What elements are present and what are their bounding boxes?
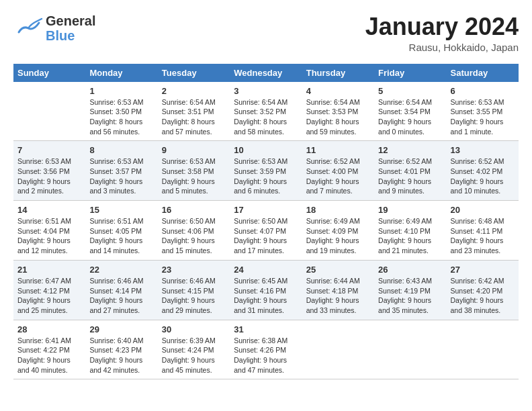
day-info: Sunrise: 6:52 AMSunset: 4:02 PMDaylight:… — [451, 156, 515, 196]
day-info: Sunrise: 6:50 AMSunset: 4:07 PMDaylight:… — [234, 216, 298, 256]
day-info: Sunrise: 6:39 AMSunset: 4:24 PMDaylight:… — [162, 336, 226, 375]
day-number: 7 — [17, 145, 81, 155]
calendar-cell: 11Sunrise: 6:52 AMSunset: 4:00 PMDayligh… — [302, 141, 374, 201]
calendar-cell: 16Sunrise: 6:50 AMSunset: 4:06 PMDayligh… — [158, 201, 230, 261]
day-number: 28 — [17, 324, 81, 334]
day-number: 24 — [234, 265, 298, 275]
day-info: Sunrise: 6:48 AMSunset: 4:11 PMDaylight:… — [451, 216, 515, 256]
day-number: 14 — [17, 205, 81, 215]
day-info: Sunrise: 6:54 AMSunset: 3:54 PMDaylight:… — [378, 97, 442, 137]
calendar-cell: 12Sunrise: 6:52 AMSunset: 4:01 PMDayligh… — [374, 141, 446, 201]
day-info: Sunrise: 6:54 AMSunset: 3:53 PMDaylight:… — [306, 97, 370, 137]
day-info: Sunrise: 6:40 AMSunset: 4:23 PMDaylight:… — [89, 336, 153, 375]
day-info: Sunrise: 6:52 AMSunset: 4:00 PMDaylight:… — [306, 156, 370, 196]
day-info: Sunrise: 6:46 AMSunset: 4:15 PMDaylight:… — [162, 276, 226, 316]
day-number: 8 — [89, 145, 153, 155]
calendar-cell: 29Sunrise: 6:40 AMSunset: 4:23 PMDayligh… — [85, 320, 157, 379]
title-block: January 2024 Rausu, Hokkaido, Japan — [365, 13, 519, 53]
calendar-week-row: 21Sunrise: 6:47 AMSunset: 4:12 PMDayligh… — [13, 260, 519, 320]
day-number: 19 — [378, 205, 442, 215]
day-number: 20 — [451, 205, 515, 215]
day-number: 31 — [234, 324, 298, 334]
col-header-tuesday: Tuesday — [158, 64, 230, 82]
location: Rausu, Hokkaido, Japan — [365, 42, 519, 53]
day-number: 1 — [89, 86, 153, 96]
day-info: Sunrise: 6:41 AMSunset: 4:22 PMDaylight:… — [17, 336, 81, 375]
day-number: 23 — [162, 265, 226, 275]
calendar-week-row: 7Sunrise: 6:53 AMSunset: 3:56 PMDaylight… — [13, 141, 519, 201]
day-number: 6 — [451, 86, 515, 96]
logo: General Blue — [13, 13, 95, 43]
page-header: General Blue January 2024 Rausu, Hokkaid… — [13, 13, 519, 53]
day-number: 27 — [451, 265, 515, 275]
day-number: 2 — [162, 86, 226, 96]
calendar-cell: 6Sunrise: 6:53 AMSunset: 3:55 PMDaylight… — [447, 82, 519, 141]
logo-blue: Blue — [46, 28, 95, 43]
day-info: Sunrise: 6:43 AMSunset: 4:19 PMDaylight:… — [378, 276, 442, 316]
col-header-thursday: Thursday — [302, 64, 374, 82]
day-number: 25 — [306, 265, 370, 275]
day-number: 26 — [378, 265, 442, 275]
day-number: 16 — [162, 205, 226, 215]
calendar-cell: 18Sunrise: 6:49 AMSunset: 4:09 PMDayligh… — [302, 201, 374, 261]
calendar-cell: 13Sunrise: 6:52 AMSunset: 4:02 PMDayligh… — [447, 141, 519, 201]
day-info: Sunrise: 6:51 AMSunset: 4:05 PMDaylight:… — [89, 216, 153, 256]
calendar-cell: 26Sunrise: 6:43 AMSunset: 4:19 PMDayligh… — [374, 260, 446, 320]
calendar-cell: 4Sunrise: 6:54 AMSunset: 3:53 PMDaylight… — [302, 82, 374, 141]
day-info: Sunrise: 6:52 AMSunset: 4:01 PMDaylight:… — [378, 156, 442, 196]
calendar-cell: 27Sunrise: 6:42 AMSunset: 4:20 PMDayligh… — [447, 260, 519, 320]
calendar-cell: 5Sunrise: 6:54 AMSunset: 3:54 PMDaylight… — [374, 82, 446, 141]
calendar-cell — [13, 82, 85, 141]
calendar-cell: 10Sunrise: 6:53 AMSunset: 3:59 PMDayligh… — [230, 141, 302, 201]
col-header-wednesday: Wednesday — [230, 64, 302, 82]
calendar-cell: 3Sunrise: 6:54 AMSunset: 3:52 PMDaylight… — [230, 82, 302, 141]
col-header-saturday: Saturday — [447, 64, 519, 82]
logo-icon — [13, 13, 43, 43]
day-number: 17 — [234, 205, 298, 215]
day-info: Sunrise: 6:44 AMSunset: 4:18 PMDaylight:… — [306, 276, 370, 316]
day-info: Sunrise: 6:53 AMSunset: 3:50 PMDaylight:… — [89, 97, 153, 137]
day-info: Sunrise: 6:49 AMSunset: 4:09 PMDaylight:… — [306, 216, 370, 256]
calendar-week-row: 1Sunrise: 6:53 AMSunset: 3:50 PMDaylight… — [13, 82, 519, 141]
day-info: Sunrise: 6:42 AMSunset: 4:20 PMDaylight:… — [451, 276, 515, 316]
calendar-header-row: SundayMondayTuesdayWednesdayThursdayFrid… — [13, 64, 519, 82]
calendar-cell: 17Sunrise: 6:50 AMSunset: 4:07 PMDayligh… — [230, 201, 302, 261]
calendar-cell: 2Sunrise: 6:54 AMSunset: 3:51 PMDaylight… — [158, 82, 230, 141]
day-info: Sunrise: 6:38 AMSunset: 4:26 PMDaylight:… — [234, 336, 298, 375]
day-number: 4 — [306, 86, 370, 96]
day-number: 12 — [378, 145, 442, 155]
calendar-cell: 30Sunrise: 6:39 AMSunset: 4:24 PMDayligh… — [158, 320, 230, 379]
calendar-cell — [374, 320, 446, 379]
day-info: Sunrise: 6:53 AMSunset: 3:58 PMDaylight:… — [162, 156, 226, 196]
logo-general: General — [46, 13, 95, 28]
calendar-cell: 7Sunrise: 6:53 AMSunset: 3:56 PMDaylight… — [13, 141, 85, 201]
day-number: 13 — [451, 145, 515, 155]
calendar-cell: 9Sunrise: 6:53 AMSunset: 3:58 PMDaylight… — [158, 141, 230, 201]
day-info: Sunrise: 6:53 AMSunset: 3:56 PMDaylight:… — [17, 156, 81, 196]
calendar-cell: 24Sunrise: 6:45 AMSunset: 4:16 PMDayligh… — [230, 260, 302, 320]
calendar-cell: 15Sunrise: 6:51 AMSunset: 4:05 PMDayligh… — [85, 201, 157, 261]
calendar-cell: 22Sunrise: 6:46 AMSunset: 4:14 PMDayligh… — [85, 260, 157, 320]
calendar-cell: 31Sunrise: 6:38 AMSunset: 4:26 PMDayligh… — [230, 320, 302, 379]
day-number: 10 — [234, 145, 298, 155]
day-number: 22 — [89, 265, 153, 275]
calendar-cell — [302, 320, 374, 379]
day-number: 29 — [89, 324, 153, 334]
day-number: 21 — [17, 265, 81, 275]
calendar-cell: 21Sunrise: 6:47 AMSunset: 4:12 PMDayligh… — [13, 260, 85, 320]
calendar-cell: 25Sunrise: 6:44 AMSunset: 4:18 PMDayligh… — [302, 260, 374, 320]
calendar-table: SundayMondayTuesdayWednesdayThursdayFrid… — [13, 64, 519, 380]
day-info: Sunrise: 6:53 AMSunset: 3:55 PMDaylight:… — [451, 97, 515, 137]
calendar-week-row: 14Sunrise: 6:51 AMSunset: 4:04 PMDayligh… — [13, 201, 519, 261]
day-info: Sunrise: 6:49 AMSunset: 4:10 PMDaylight:… — [378, 216, 442, 256]
calendar-cell: 20Sunrise: 6:48 AMSunset: 4:11 PMDayligh… — [447, 201, 519, 261]
day-info: Sunrise: 6:45 AMSunset: 4:16 PMDaylight:… — [234, 276, 298, 316]
calendar-cell — [447, 320, 519, 379]
day-info: Sunrise: 6:50 AMSunset: 4:06 PMDaylight:… — [162, 216, 226, 256]
col-header-friday: Friday — [374, 64, 446, 82]
day-info: Sunrise: 6:54 AMSunset: 3:51 PMDaylight:… — [162, 97, 226, 137]
calendar-week-row: 28Sunrise: 6:41 AMSunset: 4:22 PMDayligh… — [13, 320, 519, 379]
day-info: Sunrise: 6:53 AMSunset: 3:57 PMDaylight:… — [89, 156, 153, 196]
day-number: 15 — [89, 205, 153, 215]
day-number: 30 — [162, 324, 226, 334]
